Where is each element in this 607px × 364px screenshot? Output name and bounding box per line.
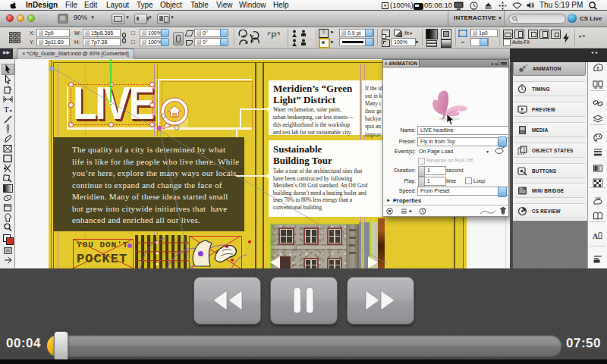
svg-text:Mbr: Mbr [520, 187, 524, 190]
svg-text:A: A [593, 232, 599, 240]
